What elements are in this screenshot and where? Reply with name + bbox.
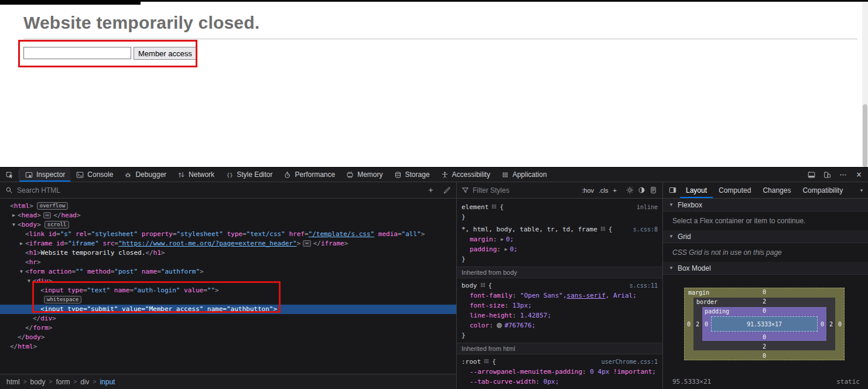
responsive-design-button[interactable] bbox=[819, 168, 835, 182]
tab-layout[interactable]: Layout bbox=[680, 182, 713, 198]
whitespace-badge[interactable]: whitespace bbox=[44, 296, 81, 303]
margin-bottom-value[interactable]: 0 bbox=[763, 353, 766, 359]
light-theme-simulation-button[interactable] bbox=[626, 186, 634, 194]
border-bottom-value[interactable]: 2 bbox=[763, 343, 766, 350]
pick-element-button[interactable] bbox=[0, 168, 19, 182]
breadcrumb-item-body[interactable]: body bbox=[28, 377, 49, 387]
css-declaration[interactable]: font-family: "Open Sans",sans-serif, Ari… bbox=[457, 291, 662, 301]
breadcrumb-item-form[interactable]: form bbox=[53, 377, 73, 387]
sidebar-toggle-button[interactable] bbox=[665, 182, 680, 198]
css-declaration[interactable]: --tab-curve-width: 0px; bbox=[457, 377, 662, 387]
tab-changes[interactable]: Changes bbox=[757, 182, 797, 198]
box-model-section-header[interactable]: ▼ Box Model bbox=[663, 262, 868, 275]
markup-node[interactable]: ▶<head>⋯</head> bbox=[0, 211, 456, 220]
rule-source-link[interactable]: inline bbox=[637, 202, 658, 212]
css-declaration[interactable]: color: #767676; bbox=[457, 320, 662, 330]
selector-target-icon[interactable] bbox=[600, 224, 606, 234]
padding-bottom-value[interactable]: 0 bbox=[763, 334, 766, 340]
eyedropper-button[interactable] bbox=[443, 186, 452, 194]
inline-expander[interactable]: ⋯ bbox=[303, 240, 310, 247]
rule-selector[interactable]: body bbox=[462, 282, 477, 289]
tab-accessibility[interactable]: Accessibility bbox=[435, 168, 495, 182]
overflow-badge[interactable]: overflow bbox=[37, 202, 68, 210]
css-declaration[interactable]: font-size: 13px; bbox=[457, 301, 662, 310]
color-swatch-icon[interactable] bbox=[497, 323, 502, 328]
tab-memory[interactable]: Memory bbox=[340, 168, 388, 182]
tab-storage[interactable]: Storage bbox=[388, 168, 435, 182]
member-access-button[interactable]: Member access bbox=[134, 47, 197, 60]
print-media-simulation-button[interactable] bbox=[649, 186, 658, 194]
markup-node[interactable]: <link id="s" rel="stylesheet" property="… bbox=[0, 230, 456, 239]
border-top-value[interactable]: 2 bbox=[763, 298, 766, 305]
collapse-icon[interactable]: ▼ bbox=[25, 277, 33, 286]
selector-target-icon[interactable] bbox=[484, 357, 489, 367]
menu-button[interactable] bbox=[835, 168, 851, 182]
add-node-button[interactable]: + bbox=[426, 186, 435, 194]
tab-computed[interactable]: Computed bbox=[713, 182, 757, 198]
grid-section-header[interactable]: ▼ Grid bbox=[663, 230, 868, 243]
rule-selector[interactable]: *, html, body, table, tr, td, frame bbox=[462, 226, 597, 233]
css-declaration[interactable]: --arrowpanel-menuitem-padding: 0 4px !im… bbox=[457, 367, 662, 377]
markup-node[interactable]: ▶<iframe id="iframe" src="https://www.ro… bbox=[0, 239, 456, 248]
tab-console[interactable]: Console bbox=[70, 168, 118, 182]
rule-selector[interactable]: :root bbox=[462, 358, 481, 366]
tab-network[interactable]: Network bbox=[172, 168, 220, 182]
add-rule-button[interactable]: + bbox=[611, 186, 619, 195]
padding-right-value[interactable]: 0 bbox=[821, 321, 824, 327]
markup-node[interactable]: ▼<body>scroll bbox=[0, 220, 456, 230]
browser-active-tab[interactable] bbox=[0, 0, 141, 5]
markup-node[interactable]: </body> bbox=[0, 333, 456, 342]
selector-target-icon[interactable] bbox=[480, 281, 486, 291]
tab-inspector[interactable]: Inspector bbox=[19, 168, 70, 182]
expand-shorthand-icon[interactable]: ▶ bbox=[505, 247, 508, 252]
color-scheme-simulation-button[interactable] bbox=[637, 186, 646, 194]
page-scrollbar-thumb[interactable] bbox=[863, 104, 867, 167]
markup-node[interactable]: ▼<div> bbox=[0, 277, 456, 286]
border-left-value[interactable]: 2 bbox=[696, 321, 699, 327]
expand-icon[interactable]: ▶ bbox=[10, 211, 18, 220]
css-declaration[interactable]: padding: ▶0; bbox=[457, 244, 662, 254]
rule-source-link[interactable]: s.css:11 bbox=[630, 281, 658, 291]
search-html-input[interactable] bbox=[17, 186, 419, 194]
padding-top-value[interactable]: 0 bbox=[763, 308, 766, 314]
panel-splitter[interactable] bbox=[662, 182, 663, 389]
markup-node[interactable]: ▼<form action="" method="post" name="aut… bbox=[0, 267, 456, 277]
auth-login-input[interactable] bbox=[23, 47, 131, 59]
tab-style-editor[interactable]: {}Style Editor bbox=[220, 168, 278, 182]
markup-node[interactable]: <hr> bbox=[0, 258, 456, 267]
expand-icon[interactable]: ▶ bbox=[18, 239, 25, 248]
rule-selector[interactable]: element bbox=[462, 203, 488, 211]
panel-splitter[interactable] bbox=[456, 182, 457, 389]
expand-shorthand-icon[interactable]: ▶ bbox=[501, 237, 504, 242]
close-button[interactable]: × bbox=[851, 168, 867, 182]
breadcrumb-item-html[interactable]: html bbox=[4, 377, 23, 387]
margin-right-value[interactable]: 0 bbox=[838, 321, 842, 327]
border-right-value[interactable]: 2 bbox=[829, 321, 833, 327]
inline-expander[interactable]: ⋯ bbox=[43, 212, 51, 219]
margin-left-value[interactable]: 0 bbox=[687, 321, 691, 327]
tab-performance[interactable]: Performance bbox=[278, 168, 340, 182]
margin-top-value[interactable]: 0 bbox=[763, 289, 766, 295]
markup-node[interactable]: </div> bbox=[0, 314, 456, 323]
flexbox-section-header[interactable]: ▼ Flexbox bbox=[663, 199, 868, 211]
css-declaration[interactable]: margin: ▶0; bbox=[457, 234, 662, 244]
tab-compatibility[interactable]: Compatibility bbox=[797, 182, 849, 198]
rule-source-link[interactable]: s.css:8 bbox=[633, 224, 658, 234]
css-declaration[interactable]: line-height: 1.42857; bbox=[457, 310, 662, 320]
page-scrollbar[interactable] bbox=[862, 2, 868, 167]
breadcrumb-item-div[interactable]: div bbox=[77, 377, 92, 387]
selector-target-icon[interactable] bbox=[491, 202, 497, 212]
collapse-icon[interactable]: ▼ bbox=[10, 220, 18, 230]
markup-node[interactable]: <input type="text" name="auth-login" val… bbox=[0, 286, 456, 295]
filter-styles-input[interactable] bbox=[473, 186, 576, 194]
pseudo-class-panel-button[interactable]: :hov bbox=[579, 186, 596, 195]
markup-node[interactable]: whitespace bbox=[0, 295, 456, 305]
class-panel-button[interactable]: .cls bbox=[596, 186, 611, 195]
sidebar-overflow-button[interactable]: ▾ bbox=[855, 182, 868, 198]
markup-node[interactable]: </form> bbox=[0, 323, 456, 333]
tab-debugger[interactable]: Debugger bbox=[118, 168, 172, 182]
collapse-icon[interactable]: ▼ bbox=[18, 267, 25, 277]
markup-node[interactable]: <input type="submit" value="Member acces… bbox=[0, 305, 456, 314]
padding-left-value[interactable]: 0 bbox=[705, 321, 708, 327]
breadcrumb-item-input[interactable]: input bbox=[97, 377, 118, 387]
